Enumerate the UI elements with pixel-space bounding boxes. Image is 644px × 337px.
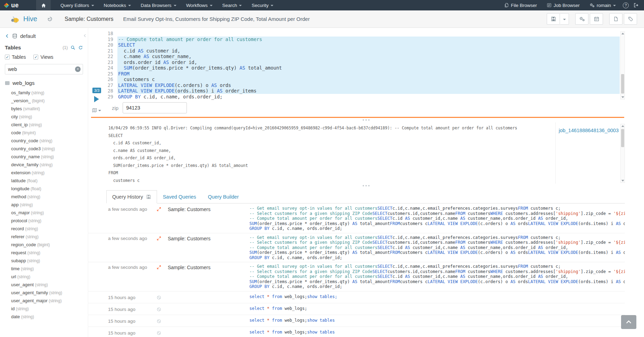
filter-tables[interactable]: Tables (5, 54, 26, 60)
help-icon[interactable]: ? (623, 2, 629, 8)
sql-token: GROUP BY (249, 284, 270, 289)
settings-button[interactable] (575, 13, 588, 25)
variable-input[interactable] (123, 102, 187, 113)
column-item[interactable]: client_ip (string) (5, 121, 83, 129)
menu-workflows[interactable]: Workflows (181, 0, 217, 10)
sql-token: -- Select customers for a given shipping… (249, 211, 372, 216)
column-item[interactable]: user_agent_family (string) (5, 289, 83, 297)
column-item[interactable]: _version_ (bigint) (5, 97, 83, 105)
gears-icon (579, 16, 585, 22)
column-item[interactable]: protocol (string) (5, 217, 83, 225)
line-code: LATERAL VIEW EXPLODE(ords.items) i AS or… (117, 88, 620, 94)
clear-search-icon[interactable] (75, 66, 81, 72)
resize-handle-top[interactable] (361, 119, 371, 121)
navbar-link-label: File Browser (511, 3, 537, 8)
table-search-input[interactable] (5, 64, 83, 74)
column-item[interactable]: device_family (string) (5, 161, 83, 169)
column-item[interactable]: user_agent (string) (5, 281, 83, 289)
column-item[interactable]: method (string) (5, 193, 83, 201)
history-row[interactable]: 15 hours agoselect * from web_logs;show … (88, 315, 625, 327)
column-item[interactable]: country_name (string) (5, 153, 83, 161)
column-item[interactable]: request (string) (5, 249, 83, 257)
column-item[interactable]: os_family (string) (5, 89, 83, 97)
column-item[interactable]: referer (string) (5, 233, 83, 241)
scroll-to-top-button[interactable] (621, 315, 636, 329)
column-item[interactable]: app (string) (5, 201, 83, 209)
editor-scrollbar[interactable] (620, 31, 625, 99)
column-type: (string) (27, 218, 41, 223)
column-item[interactable]: latitude (float) (5, 177, 83, 185)
history-row[interactable]: a few seconds agoSample: Customers-- Get… (88, 204, 625, 233)
job-link[interactable]: job_1461888648136_0003 (559, 128, 619, 133)
checkbox-checked[interactable] (5, 55, 10, 59)
history-sql: -- Get email survey opt-in values for al… (249, 264, 625, 289)
column-item[interactable]: os_major (string) (5, 209, 83, 217)
sign-out-icon[interactable] (634, 3, 638, 8)
home-button[interactable] (36, 0, 51, 10)
new-document-button[interactable] (609, 13, 622, 25)
log-scrollbar[interactable] (620, 124, 625, 183)
column-item[interactable]: code (tinyint) (5, 129, 83, 137)
collapse-assist-icon[interactable] (83, 34, 87, 38)
history-doc-name: Sample: Customers (168, 235, 249, 260)
column-item[interactable]: city (string) (5, 113, 83, 121)
sql-token: customers.addresses[ (503, 269, 556, 274)
history-row[interactable]: 15 hours agoselect * from web_logs;show … (88, 291, 625, 303)
sql-token (118, 65, 124, 71)
sql-token: AS (538, 245, 543, 250)
column-item[interactable]: url (string) (5, 273, 83, 281)
column-item[interactable]: time (string) (5, 265, 83, 273)
save-dropdown-button[interactable] (560, 13, 569, 25)
column-item[interactable]: country_code (string) (5, 137, 83, 145)
execute-button[interactable] (94, 96, 99, 102)
navbar-romain[interactable]: romain (585, 0, 621, 10)
assist-toggle-button[interactable] (92, 108, 101, 113)
tab-query-history[interactable]: Query History (106, 190, 157, 203)
history-doc-name: Sample: Customers (168, 206, 249, 231)
editor-line: 22 c.name AS customer_name, (88, 54, 620, 59)
expand-icon (157, 264, 166, 289)
column-item[interactable]: id (string) (5, 305, 83, 313)
column-item[interactable]: bytes (smallint) (5, 105, 83, 113)
menu-notebooks[interactable]: Notebooks (99, 0, 136, 10)
column-item[interactable]: longitude (float) (5, 185, 83, 193)
tab-query-builder[interactable]: Query Builder (202, 190, 245, 203)
tab-saved-queries[interactable]: Saved Queries (157, 190, 202, 203)
history-row[interactable]: a few seconds agoSample: Customers-- Get… (88, 233, 625, 263)
history-row[interactable]: a few seconds agoSample: Customers-- Get… (88, 262, 625, 291)
search-icon[interactable] (71, 45, 75, 50)
navbar-job-browser[interactable]: Job Browser (542, 0, 585, 10)
column-item[interactable]: region_code (bigint) (5, 241, 83, 249)
app-name[interactable]: Hive (23, 15, 37, 23)
column-item[interactable]: extension (string) (5, 169, 83, 177)
log-line: ords.order_id AS order_id, (108, 154, 550, 162)
menu-search[interactable]: Search (217, 0, 247, 10)
query-history-icon[interactable] (47, 16, 53, 22)
code-editor[interactable]: 18 19-- Compute total amount per order f… (88, 31, 620, 99)
hive-logo[interactable] (10, 15, 20, 24)
sql-token: customer_id,c.name (410, 216, 460, 221)
column-item[interactable]: subapp (string) (5, 257, 83, 265)
filter-views[interactable]: Views (33, 54, 53, 60)
resize-handle-bottom[interactable] (361, 184, 371, 187)
checkbox-checked[interactable] (33, 55, 38, 59)
tags-button[interactable] (624, 13, 637, 25)
back-icon[interactable] (5, 34, 9, 38)
history-row[interactable]: 15 hours agoselect * from web_logs; (88, 303, 625, 315)
navbar-file-browser[interactable]: File Browser (499, 0, 542, 10)
menu-security[interactable]: Security (247, 0, 278, 10)
sql-token: ords (515, 279, 528, 284)
schedule-button[interactable] (590, 13, 603, 25)
table-item-web-logs[interactable]: web_logs (5, 80, 83, 86)
column-item[interactable]: record (string) (5, 225, 83, 233)
database-name[interactable]: default (20, 33, 36, 39)
save-button[interactable] (547, 13, 560, 25)
refresh-icon[interactable] (78, 45, 83, 50)
column-item[interactable]: date (string) (5, 313, 83, 321)
history-row[interactable]: 15 hours agoselect * from web_logs;show … (88, 327, 625, 337)
menu-query-editors[interactable]: Query Editors (56, 0, 99, 10)
menu-data-browsers[interactable]: Data Browsers (136, 0, 181, 10)
column-item[interactable]: country_code3 (string) (5, 145, 83, 153)
hue-logo[interactable]: ue (0, 2, 23, 9)
column-item[interactable]: user_agent_major (string) (5, 297, 83, 305)
